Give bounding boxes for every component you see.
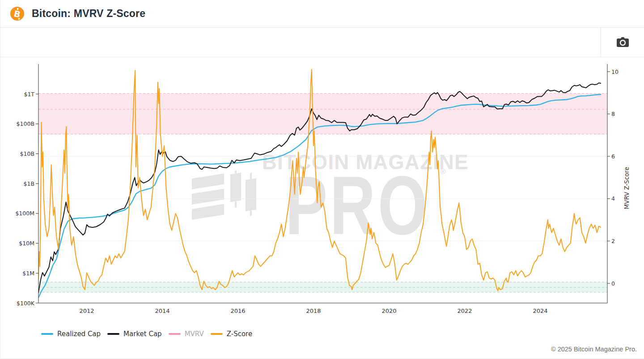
svg-text:2022: 2022 — [457, 308, 472, 314]
bitcoin-logo-icon: B — [10, 7, 24, 21]
svg-text:2020: 2020 — [381, 308, 396, 314]
camera-icon — [617, 37, 629, 47]
svg-text:2: 2 — [611, 238, 615, 244]
svg-text:$100B: $100B — [17, 120, 34, 127]
legend-item-realized-cap[interactable]: Realized Cap — [41, 330, 101, 338]
legend-label: Realized Cap — [57, 330, 101, 338]
right-axis-title: MVRV Z-Score — [623, 167, 630, 209]
x-axis-labels: 2012201420162018202020222024 — [79, 308, 547, 314]
svg-text:$1B: $1B — [24, 180, 34, 187]
legend-swatch — [107, 333, 119, 335]
chart-legend: Realized CapMarket CapMVRVZ-Score — [0, 326, 644, 342]
mvrv-zscore-chart[interactable]: $1T$100B$10B$1B$100M$10M$1M$100K10864202… — [0, 57, 644, 319]
legend-item-mvrv[interactable]: MVRV — [169, 330, 204, 338]
svg-text:2012: 2012 — [79, 308, 94, 314]
svg-text:$100K: $100K — [17, 300, 35, 307]
gridlines — [38, 114, 607, 283]
legend-item-z-score[interactable]: Z-Score — [211, 330, 252, 338]
toolbar — [0, 28, 644, 57]
svg-text:10: 10 — [611, 68, 619, 75]
svg-text:6: 6 — [611, 153, 615, 160]
legend-item-market-cap[interactable]: Market Cap — [107, 330, 162, 338]
left-axis-labels: $1T$100B$10B$1B$100M$10M$1M$100K — [15, 91, 34, 307]
legend-swatch — [41, 333, 53, 335]
chart-area: BITCOIN MAGAZINE PRO ® $1T$100B$10B$1B$1… — [0, 57, 644, 319]
page-title: Bitcoin: MVRV Z-Score — [32, 8, 145, 20]
svg-text:2016: 2016 — [230, 308, 245, 314]
svg-text:2018: 2018 — [306, 308, 321, 314]
legend-label: MVRV — [185, 330, 204, 338]
screenshot-button[interactable] — [613, 34, 632, 51]
svg-text:$10M: $10M — [19, 240, 34, 247]
right-axis-labels: 1086420 — [611, 68, 619, 287]
svg-text:$1M: $1M — [22, 270, 34, 277]
svg-text:0: 0 — [611, 280, 615, 287]
svg-text:8: 8 — [611, 111, 615, 117]
bitcoin-magazine-pro-widget: B Bitcoin: MVRV Z-Score — [0, 0, 644, 359]
legend-swatch — [211, 333, 223, 335]
camera-cell — [601, 28, 644, 57]
undervalued-zone — [38, 282, 607, 292]
svg-text:$10B: $10B — [20, 150, 34, 157]
legend-swatch — [169, 333, 181, 335]
footer-copyright: © 2025 Bitcoin Magazine Pro. — [0, 342, 644, 357]
legend-label: Z-Score — [227, 330, 252, 338]
header: B Bitcoin: MVRV Z-Score — [0, 0, 644, 28]
svg-text:4: 4 — [611, 195, 615, 202]
svg-text:$1T: $1T — [24, 91, 34, 98]
svg-text:2024: 2024 — [533, 308, 547, 314]
legend-label: Market Cap — [123, 330, 162, 338]
svg-text:2014: 2014 — [155, 308, 169, 314]
svg-text:$100M: $100M — [15, 210, 34, 217]
